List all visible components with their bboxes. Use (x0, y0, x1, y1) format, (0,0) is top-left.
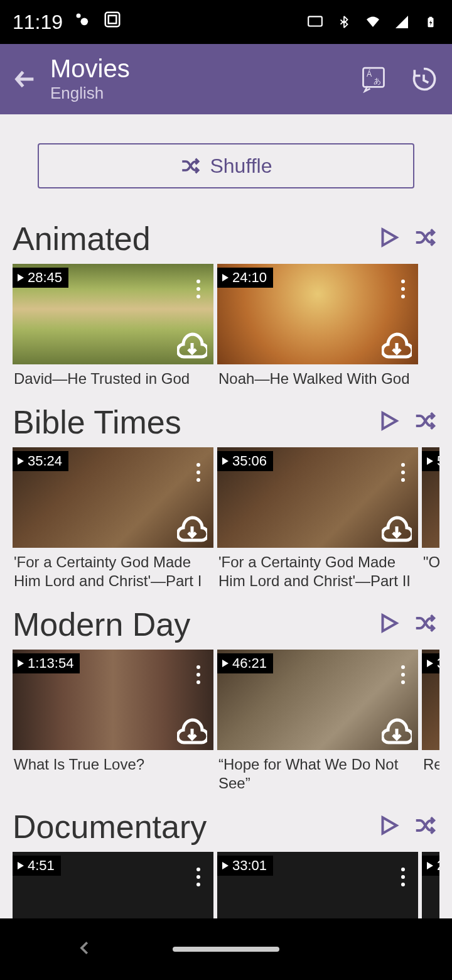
video-card[interactable]: 29 (422, 852, 439, 918)
shuffle-section-button[interactable] (413, 814, 437, 840)
history-button[interactable] (402, 57, 446, 101)
video-thumbnail[interactable]: 33:01 (217, 852, 418, 918)
video-thumbnail[interactable]: 35:24 (13, 447, 213, 548)
play-all-button[interactable] (377, 409, 401, 435)
download-button[interactable] (177, 716, 207, 746)
video-title: 'For a Certainty God Made Him Lord and C… (217, 548, 418, 591)
shuffle-icon (180, 155, 201, 177)
duration-badge: 24:10 (217, 268, 273, 288)
signal-icon (393, 13, 411, 31)
card-row[interactable]: 35:24 'For a Certainty God Made Him Lord… (13, 447, 439, 591)
shuffle-section-button[interactable] (413, 226, 437, 252)
download-button[interactable] (382, 514, 412, 544)
video-card[interactable]: 35:24 'For a Certainty God Made Him Lord… (13, 447, 213, 591)
more-options-button[interactable] (392, 656, 414, 694)
video-thumbnail[interactable]: 1:13:54 (13, 650, 213, 750)
video-thumbnail[interactable]: 24:10 (217, 264, 418, 364)
video-title: Reme (422, 750, 439, 774)
status-frame-icon (103, 10, 122, 34)
back-button[interactable] (6, 60, 44, 98)
video-card[interactable]: 46:21 “Hope for What We Do Not See” (217, 650, 418, 793)
play-all-button[interactable] (377, 611, 401, 638)
status-dots-icon (74, 11, 92, 34)
section-header: Documentary (13, 793, 439, 852)
section-header: Animated (13, 205, 439, 264)
video-thumbnail[interactable]: 4:51 (13, 852, 213, 918)
svg-rect-4 (308, 16, 322, 26)
more-options-button[interactable] (187, 858, 210, 896)
play-all-button[interactable] (377, 814, 401, 840)
video-thumbnail[interactable]: 29 (422, 852, 439, 918)
nav-back-button[interactable] (75, 939, 94, 960)
content-area[interactable]: Shuffle Animated 28:45 David—He Trusted … (0, 114, 452, 918)
duration-badge: 4:51 (13, 856, 61, 876)
download-button[interactable] (382, 330, 412, 361)
card-row[interactable]: 4:51 33:01 29 (13, 852, 439, 918)
more-options-button[interactable] (187, 454, 210, 491)
video-thumbnail[interactable]: 30 (422, 650, 439, 750)
svg-text:Á: Á (367, 69, 372, 79)
video-thumbnail[interactable]: 51 (422, 447, 439, 548)
svg-rect-2 (105, 13, 120, 27)
page-title: Movies (50, 56, 345, 81)
play-all-button[interactable] (377, 226, 401, 252)
duration-badge: 51 (422, 451, 439, 471)
more-options-button[interactable] (187, 270, 210, 308)
more-options-button[interactable] (392, 454, 414, 491)
section-title: Documentary (13, 808, 207, 846)
video-thumbnail[interactable]: 46:21 (217, 650, 418, 750)
battery-charging-icon (422, 13, 439, 31)
card-row[interactable]: 28:45 David—He Trusted in God 24:10 Noah… (13, 264, 439, 388)
shuffle-label: Shuffle (210, 155, 272, 178)
card-row[interactable]: 1:13:54 What Is True Love? 46:21 “Hope f… (13, 650, 439, 793)
video-title: 'For a Certainty God Made Him Lord and C… (13, 548, 213, 591)
svg-point-1 (81, 18, 89, 25)
video-card[interactable]: 1:13:54 What Is True Love? (13, 650, 213, 793)
download-button[interactable] (382, 716, 412, 746)
video-card[interactable]: 28:45 David—He Trusted in God (13, 264, 213, 388)
duration-badge: 33:01 (217, 856, 273, 876)
svg-point-0 (77, 13, 81, 18)
status-bar: 11:19 (0, 0, 452, 44)
duration-badge: 1:13:54 (13, 653, 80, 673)
video-card[interactable]: 4:51 (13, 852, 213, 918)
duration-badge: 35:06 (217, 451, 273, 471)
shuffle-section-button[interactable] (413, 409, 437, 435)
app-title-block: Movies English (50, 56, 345, 103)
video-title: David—He Trusted in God (13, 364, 213, 388)
section-bible-times: Bible Times 35:24 'For a Certainty God M… (0, 388, 452, 591)
shuffle-button[interactable]: Shuffle (38, 143, 414, 188)
section-header: Modern Day (13, 591, 439, 650)
duration-badge: 28:45 (13, 268, 68, 288)
duration-badge: 30 (422, 653, 439, 673)
section-title: Modern Day (13, 606, 190, 643)
svg-rect-3 (109, 16, 117, 24)
page-subtitle: English (50, 84, 345, 103)
section-animated: Animated 28:45 David—He Trusted in God 2… (0, 205, 452, 388)
video-thumbnail[interactable]: 28:45 (13, 264, 213, 364)
video-title: What Is True Love? (13, 750, 213, 774)
video-thumbnail[interactable]: 35:06 (217, 447, 418, 548)
svg-rect-6 (429, 17, 433, 18)
duration-badge: 35:24 (13, 451, 68, 471)
video-card[interactable]: 51 "O Jeh (422, 447, 439, 591)
download-button[interactable] (177, 514, 207, 544)
more-options-button[interactable] (187, 656, 210, 694)
more-options-button[interactable] (392, 858, 414, 896)
bluetooth-icon (335, 13, 353, 31)
nav-home-pill[interactable] (173, 947, 279, 952)
video-card[interactable]: 35:06 'For a Certainty God Made Him Lord… (217, 447, 418, 591)
video-title: “Hope for What We Do Not See” (217, 750, 418, 793)
section-title: Animated (13, 220, 151, 258)
video-card[interactable]: 24:10 Noah—He Walked With God (217, 264, 418, 388)
video-card[interactable]: 33:01 (217, 852, 418, 918)
system-nav-bar (0, 918, 452, 980)
status-time: 11:19 (13, 11, 63, 34)
shuffle-section-button[interactable] (413, 611, 437, 638)
video-title: Noah—He Walked With God (217, 364, 418, 388)
more-options-button[interactable] (392, 270, 414, 308)
video-card[interactable]: 30 Reme (422, 650, 439, 793)
download-button[interactable] (177, 330, 207, 361)
app-bar: Movies English Á あ (0, 44, 452, 114)
language-button[interactable]: Á あ (352, 57, 396, 101)
